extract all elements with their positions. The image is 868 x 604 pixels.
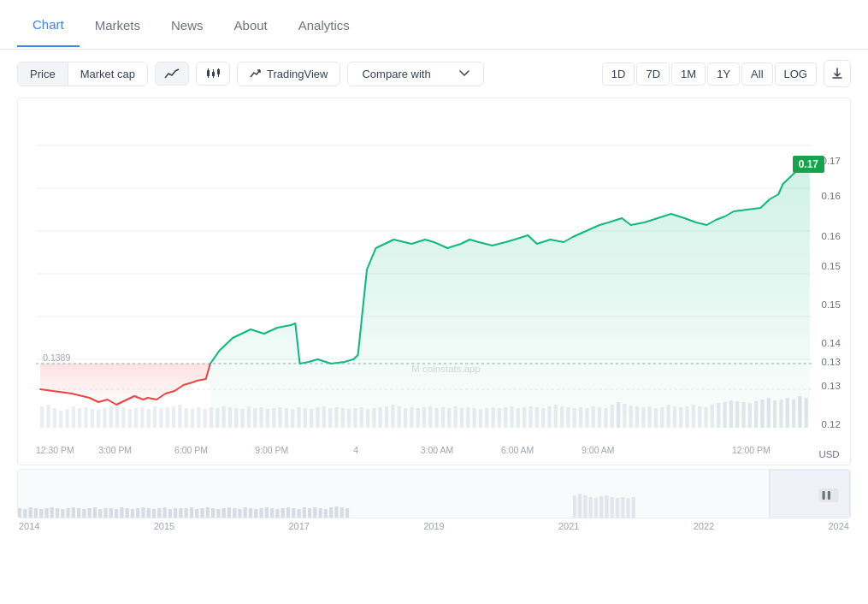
tradingview-button[interactable]: TradingView [237,62,341,86]
mini-axis-2015: 2015 [154,521,174,531]
mini-axis-2019: 2019 [423,521,444,531]
svg-rect-233 [616,498,619,518]
svg-text:9:00 PM: 9:00 PM [255,446,288,455]
download-button[interactable] [824,60,851,87]
svg-rect-28 [103,408,106,428]
svg-text:12:30 PM: 12:30 PM [36,446,74,455]
svg-text:12:00 PM: 12:00 PM [732,446,771,455]
svg-text:0.16: 0.16 [822,191,841,201]
svg-rect-223 [340,507,344,518]
mini-axis-2024: 2024 [829,521,849,531]
svg-rect-21 [59,411,62,428]
svg-rect-184 [131,509,134,518]
svg-rect-201 [222,508,226,518]
svg-rect-212 [281,508,285,518]
svg-rect-230 [599,496,603,518]
svg-rect-35 [147,409,151,428]
line-chart-icon [164,68,180,80]
svg-rect-222 [334,506,338,518]
svg-rect-169 [50,507,54,518]
time-7d-button[interactable]: 7D [636,62,670,86]
tab-news[interactable]: News [156,4,219,46]
tradingview-icon [250,68,262,80]
time-all-button[interactable]: All [741,62,772,86]
svg-rect-23 [72,406,75,428]
svg-rect-44 [204,409,207,428]
mini-chart [17,469,851,518]
tab-chart[interactable]: Chart [17,3,80,47]
price-chart-svg: 0.1389 [18,98,850,465]
svg-rect-193 [179,508,182,518]
svg-rect-188 [152,509,156,518]
svg-rect-219 [319,508,322,518]
svg-rect-38 [166,407,169,428]
download-icon [831,68,843,80]
time-log-button[interactable]: LOG [775,62,817,86]
svg-rect-165 [29,507,32,518]
svg-rect-40 [178,405,181,428]
nav-tabs: Chart Markets News About Analytics [0,0,868,50]
svg-rect-234 [621,497,624,518]
svg-text:0.13: 0.13 [822,381,841,391]
time-1m-button[interactable]: 1M [671,62,706,86]
svg-text:9:00 AM: 9:00 AM [582,446,614,455]
svg-rect-182 [120,507,123,518]
svg-rect-214 [292,508,295,518]
svg-rect-205 [244,507,247,518]
svg-rect-178 [98,509,102,518]
svg-text:6:00 AM: 6:00 AM [501,446,534,455]
mini-chart-svg [18,470,850,518]
mini-axis-2017: 2017 [289,521,310,531]
svg-rect-19 [46,405,50,428]
tab-analytics[interactable]: Analytics [283,4,365,46]
svg-rect-197 [200,508,204,518]
svg-rect-224 [345,508,349,518]
svg-rect-240 [828,491,830,500]
svg-rect-196 [195,509,198,518]
svg-rect-42 [191,409,194,428]
time-1y-button[interactable]: 1Y [707,62,740,86]
line-chart-icon-btn[interactable] [155,62,189,86]
svg-rect-34 [140,407,144,428]
svg-rect-228 [588,497,592,518]
svg-rect-204 [238,509,241,518]
compare-with-label: Compare with [362,68,430,80]
svg-rect-186 [141,507,145,518]
svg-rect-173 [72,507,75,518]
svg-rect-208 [259,508,263,518]
svg-rect-225 [573,495,576,518]
svg-rect-202 [227,507,231,518]
compare-with-button[interactable]: Compare with [347,62,484,86]
svg-rect-235 [626,498,629,518]
svg-rect-41 [185,408,188,428]
svg-text:0.16: 0.16 [822,231,841,241]
svg-rect-30 [115,405,119,428]
svg-rect-192 [174,508,177,518]
svg-rect-29 [109,406,113,428]
svg-rect-190 [162,507,166,518]
svg-text:0.13: 0.13 [822,357,841,367]
svg-rect-226 [578,494,582,518]
tab-about[interactable]: About [219,4,283,46]
svg-rect-36 [153,406,156,428]
svg-rect-203 [233,508,236,518]
svg-rect-163 [18,508,21,518]
svg-rect-232 [611,497,614,518]
market-cap-button[interactable]: Market cap [68,62,147,86]
current-price-badge: 0.17 [793,156,824,173]
svg-text:0.15: 0.15 [822,299,841,310]
svg-rect-32 [128,409,132,428]
candle-chart-icon-btn[interactable] [196,62,230,86]
svg-rect-25 [84,407,87,428]
price-marketcap-toggle: Price Market cap [17,62,148,86]
svg-rect-215 [297,509,300,518]
svg-rect-221 [329,507,333,518]
svg-rect-27 [97,410,100,428]
svg-rect-26 [91,409,94,428]
price-button[interactable]: Price [18,62,68,86]
tab-markets[interactable]: Markets [80,4,156,46]
time-1d-button[interactable]: 1D [602,62,635,86]
time-range-buttons: 1D 7D 1M 1Y All LOG [602,62,817,86]
svg-rect-164 [23,509,27,518]
svg-rect-177 [93,507,97,518]
